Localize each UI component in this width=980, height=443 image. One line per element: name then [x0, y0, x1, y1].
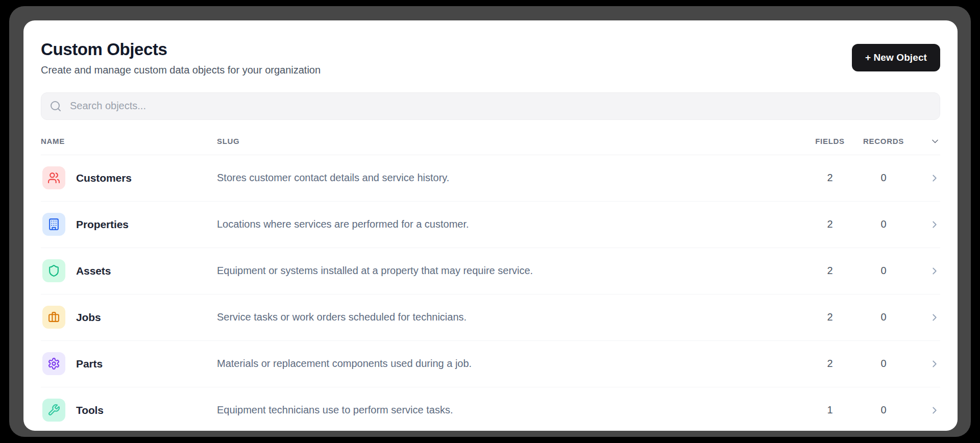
column-header-records[interactable]: RECORDS [850, 137, 917, 145]
object-slug: Stores customer contact details and serv… [217, 172, 810, 184]
table-header: NAME SLUG FIELDS RECORDS [41, 120, 940, 155]
object-name-cell: Jobs [41, 306, 217, 329]
records-count: 0 [850, 218, 917, 230]
object-name: Customers [76, 172, 132, 184]
object-name: Assets [76, 265, 111, 277]
shield-icon [42, 259, 65, 282]
fields-count: 2 [810, 265, 850, 277]
briefcase-icon [42, 306, 65, 329]
page-title: Custom Objects [41, 40, 321, 59]
object-name-cell: Parts [41, 352, 217, 375]
custom-objects-panel: Custom Objects Create and manage custom … [23, 20, 958, 431]
new-object-button[interactable]: + New Object [852, 44, 940, 71]
object-name: Tools [76, 404, 104, 416]
fields-count: 2 [810, 358, 850, 370]
object-slug: Materials or replacement components used… [217, 358, 810, 370]
chevron-down-icon[interactable] [917, 136, 940, 146]
fields-count: 2 [810, 172, 850, 184]
column-header-fields[interactable]: FIELDS [810, 137, 850, 145]
table-row[interactable]: Tools Equipment technicians use to perfo… [41, 387, 940, 431]
chevron-right-icon[interactable] [917, 312, 940, 323]
fields-count: 2 [810, 311, 850, 323]
object-slug: Equipment technicians use to perform ser… [217, 404, 810, 416]
object-name-cell: Assets [41, 259, 217, 282]
object-name-cell: Customers [41, 166, 217, 189]
page-header: Custom Objects Create and manage custom … [41, 40, 940, 76]
object-name: Jobs [76, 311, 101, 324]
gear-icon [42, 352, 65, 375]
search-icon [50, 100, 62, 112]
table-row[interactable]: Customers Stores customer contact detail… [41, 155, 940, 202]
object-name-cell: Properties [41, 213, 217, 236]
column-header-slug[interactable]: SLUG [217, 137, 810, 145]
search-bar[interactable] [41, 92, 940, 120]
search-input[interactable] [69, 100, 932, 112]
app-window: Custom Objects Create and manage custom … [9, 6, 971, 437]
object-slug: Service tasks or work orders scheduled f… [217, 311, 810, 323]
chevron-right-icon[interactable] [917, 265, 940, 277]
page-heading-group: Custom Objects Create and manage custom … [41, 40, 321, 76]
table-row[interactable]: Assets Equipment or systems installed at… [41, 248, 940, 294]
records-count: 0 [850, 358, 917, 370]
users-icon [42, 166, 65, 189]
object-name-cell: Tools [41, 399, 217, 422]
chevron-right-icon[interactable] [917, 405, 940, 416]
column-header-name[interactable]: NAME [41, 137, 217, 145]
object-name: Properties [76, 218, 129, 231]
chevron-right-icon[interactable] [917, 358, 940, 370]
records-count: 0 [850, 311, 917, 323]
records-count: 0 [850, 404, 917, 416]
records-count: 0 [850, 172, 917, 184]
table-body: Customers Stores customer contact detail… [41, 155, 940, 431]
table-row[interactable]: Parts Materials or replacement component… [41, 341, 940, 387]
object-slug: Locations where services are performed f… [217, 218, 810, 230]
wrench-icon [42, 399, 65, 422]
chevron-right-icon[interactable] [917, 173, 940, 184]
table-row[interactable]: Jobs Service tasks or work orders schedu… [41, 294, 940, 341]
fields-count: 1 [810, 404, 850, 416]
building-icon [42, 213, 65, 236]
records-count: 0 [850, 265, 917, 277]
object-slug: Equipment or systems installed at a prop… [217, 265, 810, 277]
fields-count: 2 [810, 218, 850, 230]
chevron-right-icon[interactable] [917, 219, 940, 230]
table-row[interactable]: Properties Locations where services are … [41, 202, 940, 248]
object-name: Parts [76, 358, 103, 370]
page-subtitle: Create and manage custom data objects fo… [41, 64, 321, 76]
